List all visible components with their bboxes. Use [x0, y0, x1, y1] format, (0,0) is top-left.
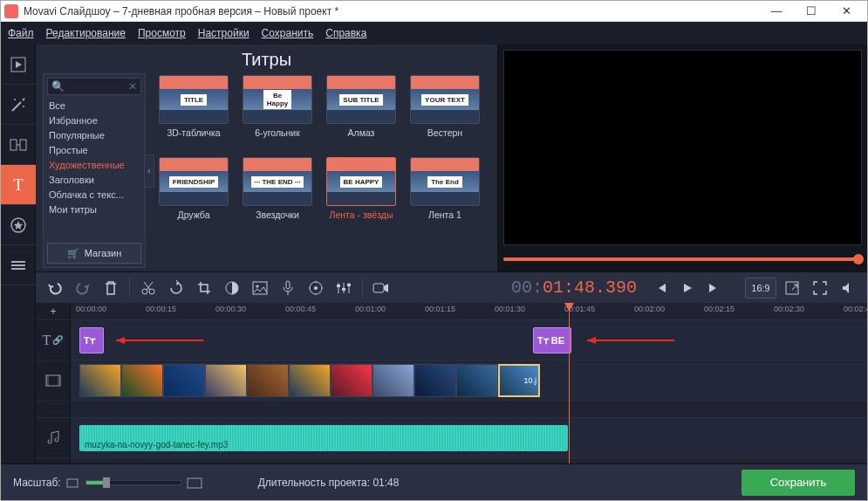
redo-button[interactable]	[71, 276, 95, 300]
video-frame[interactable]	[414, 364, 456, 397]
maximize-button[interactable]: ☐	[794, 2, 829, 21]
video-frame[interactable]	[79, 364, 121, 397]
category-item[interactable]: Мои титры	[47, 202, 141, 217]
category-item[interactable]: Художественные	[47, 158, 141, 173]
title-preset[interactable]: TITLE	[159, 75, 229, 124]
volume-button[interactable]	[836, 276, 860, 300]
tab-titles[interactable]: T	[1, 165, 36, 205]
cut-button[interactable]	[136, 276, 161, 300]
video-frame[interactable]	[121, 364, 163, 397]
category-item[interactable]: Все	[47, 99, 141, 113]
video-frame[interactable]: 10.j	[498, 364, 540, 397]
play-button[interactable]	[675, 276, 700, 300]
menu-edit[interactable]: Редактирование	[46, 27, 126, 39]
properties-button[interactable]	[304, 276, 328, 300]
tab-wizard[interactable]	[1, 85, 36, 125]
audio-clip[interactable]: muzyka-na-novyy-god-tanec-fey.mp3	[79, 425, 568, 451]
title-preset[interactable]: Be Happy	[243, 75, 312, 124]
color-button[interactable]	[220, 276, 244, 300]
video-frame[interactable]	[331, 364, 372, 397]
category-item[interactable]: Популярные	[47, 128, 141, 143]
title-preset[interactable]: The End	[410, 157, 480, 206]
delete-button[interactable]	[99, 276, 123, 300]
clear-icon[interactable]: ✕	[128, 80, 137, 93]
title-preset[interactable]: SUB TITLE	[326, 75, 396, 124]
track-video[interactable]	[36, 360, 70, 401]
title-preset[interactable]: ··· THE END ···	[243, 157, 312, 206]
preview-viewport[interactable]	[503, 50, 862, 245]
video-frame[interactable]	[372, 364, 414, 397]
audio-track[interactable]: muzyka-na-novyy-god-tanec-fey.mp3	[71, 418, 867, 458]
image-button[interactable]	[248, 276, 272, 300]
project-duration: Длительность проекта: 01:48	[258, 477, 400, 489]
spacer-track	[71, 401, 867, 418]
svg-point-2	[23, 106, 24, 107]
save-button[interactable]: Сохранить	[742, 470, 855, 496]
menu-help[interactable]: Справка	[325, 27, 366, 39]
playhead[interactable]	[569, 303, 570, 463]
title-preset[interactable]: FRIENDSHIP	[159, 157, 229, 206]
category-item[interactable]: Облачка с текс...	[47, 188, 141, 202]
svg-marker-8	[14, 221, 23, 230]
preset-label: Лента - звёзды	[330, 209, 393, 230]
title-track[interactable]: Tᴛ Tᴛ BE	[71, 320, 867, 360]
menu-save[interactable]: Сохранить	[262, 27, 314, 39]
category-item[interactable]: Избранное	[47, 113, 141, 128]
tab-stickers[interactable]	[1, 205, 36, 245]
svg-rect-29	[188, 478, 202, 488]
export-button[interactable]	[780, 276, 804, 300]
link-icon: 🔗	[52, 335, 63, 345]
title-preset[interactable]: BE HAPPY	[326, 157, 396, 206]
zoom-out-icon[interactable]	[66, 477, 80, 489]
title-preset[interactable]: YOUR TEXT	[410, 75, 480, 124]
crop-button[interactable]	[192, 276, 216, 300]
svg-rect-20	[337, 285, 340, 287]
tab-media[interactable]	[1, 45, 36, 85]
video-frame[interactable]	[247, 364, 289, 397]
undo-button[interactable]	[43, 276, 67, 300]
store-button[interactable]: 🛒 Магазин	[47, 243, 141, 264]
menubar: Файл Редактирование Просмотр Настройки С…	[1, 22, 867, 45]
category-item[interactable]: Заголовки	[47, 173, 141, 188]
svg-rect-26	[46, 375, 49, 386]
zoom-slider[interactable]	[85, 480, 181, 485]
timeline-body[interactable]: 00:00:0000:00:1500:00:3000:00:4500:01:00…	[71, 303, 867, 463]
rotate-button[interactable]	[164, 276, 188, 300]
record-button[interactable]	[369, 276, 393, 300]
category-item[interactable]: Простые	[47, 143, 141, 158]
menu-settings[interactable]: Настройки	[198, 27, 249, 39]
titles-browser: Титры 🔍 ✕ ВсеИзбранноеПопулярныеПростыеХ…	[36, 45, 498, 271]
svg-rect-22	[347, 284, 351, 286]
add-track-button[interactable]: ＋	[36, 303, 70, 320]
menu-file[interactable]: Файл	[8, 27, 34, 39]
video-track[interactable]: 10.j	[71, 360, 867, 401]
equalizer-button[interactable]	[331, 276, 356, 300]
minimize-button[interactable]: —	[759, 2, 794, 21]
video-frame[interactable]	[163, 364, 205, 397]
preview-scrubber[interactable]	[503, 250, 862, 268]
menu-view[interactable]: Просмотр	[138, 27, 186, 39]
mic-button[interactable]	[276, 276, 300, 300]
video-clips[interactable]: 10.j	[79, 364, 540, 397]
title-clip-1[interactable]: Tᴛ	[79, 327, 104, 353]
fullscreen-button[interactable]	[808, 276, 832, 300]
video-frame[interactable]	[205, 364, 247, 397]
category-search[interactable]: 🔍 ✕	[47, 78, 141, 95]
title-clip-2[interactable]: Tᴛ BE	[533, 327, 571, 353]
tab-more[interactable]	[1, 245, 36, 285]
preset-label: Звездочки	[256, 209, 299, 230]
track-audio[interactable]	[36, 418, 70, 458]
editor-toolbar: 00:01:48.390 16:9	[36, 271, 867, 303]
video-frame[interactable]	[456, 364, 498, 397]
tab-transitions[interactable]	[1, 125, 36, 165]
next-button[interactable]	[701, 276, 726, 300]
track-titles[interactable]: T🔗	[36, 320, 70, 360]
collapse-categories[interactable]: ‹	[144, 154, 154, 188]
timeline-ruler[interactable]: 00:00:0000:00:1500:00:3000:00:4500:01:00…	[71, 303, 867, 320]
prev-button[interactable]	[649, 276, 673, 300]
aspect-button[interactable]: 16:9	[745, 278, 776, 299]
close-button[interactable]: ✕	[829, 2, 864, 21]
zoom-in-icon[interactable]	[187, 477, 202, 489]
video-frame[interactable]	[289, 364, 331, 397]
svg-rect-27	[58, 375, 60, 386]
